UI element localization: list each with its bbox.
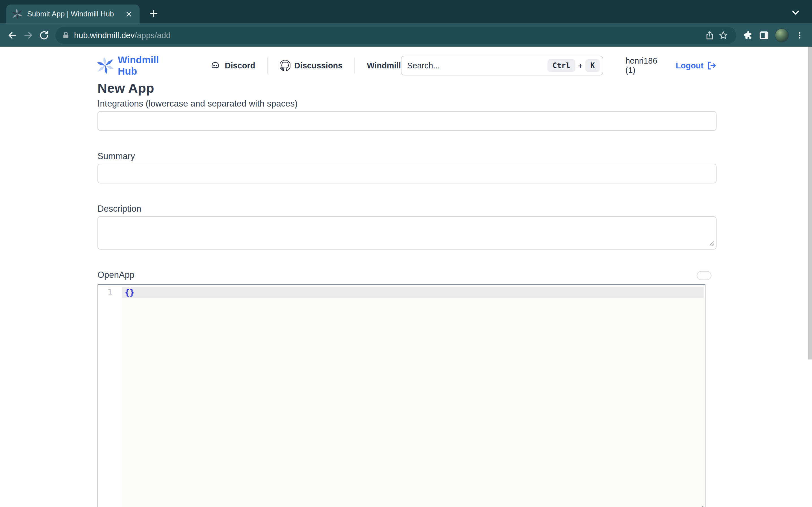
description-label: Description — [98, 204, 716, 214]
windmill-logo-icon — [98, 58, 113, 73]
main-nav: Discord Discussions Windmill — [210, 58, 401, 73]
resize-grip-icon[interactable] — [708, 240, 714, 247]
scrollbar-track[interactable] — [808, 47, 812, 507]
openapp-code-editor[interactable]: 1 {} — [98, 284, 705, 507]
lock-icon — [62, 31, 70, 40]
kebab-menu-icon[interactable] — [792, 27, 808, 43]
url-bar[interactable]: hub.windmill.dev/apps/add — [55, 27, 736, 44]
browser-toolbar: hub.windmill.dev/apps/add — [0, 23, 812, 47]
nav-label: Discord — [225, 61, 255, 70]
editor-gutter: 1 — [98, 285, 122, 507]
nav-item-discussions[interactable]: Discussions — [280, 60, 343, 71]
integrations-label: Integrations (lowercase and separated wi… — [98, 99, 716, 109]
nav-divider — [354, 58, 355, 73]
description-textarea[interactable] — [98, 216, 716, 249]
browser-tab[interactable]: Submit App | Windmill Hub — [6, 4, 139, 23]
line-number: 1 — [98, 287, 122, 296]
nav-divider — [267, 58, 268, 73]
summary-input[interactable] — [98, 164, 716, 183]
editor-code-area[interactable]: {} — [122, 285, 705, 507]
brand[interactable]: Windmill Hub — [98, 54, 178, 77]
username: henri186 (1) — [625, 56, 666, 75]
brand-name: Windmill Hub — [118, 54, 178, 77]
nav-item-windmill[interactable]: Windmill — [367, 61, 401, 70]
logout-icon — [706, 60, 716, 71]
tab-close-icon[interactable] — [123, 8, 134, 20]
kbd-ctrl: Ctrl — [548, 59, 575, 72]
nav-label: Discussions — [294, 61, 343, 70]
openapp-label: OpenApp — [98, 270, 134, 280]
logout-label: Logout — [676, 61, 703, 70]
forward-icon[interactable] — [20, 27, 36, 43]
chevron-down-icon[interactable] — [790, 6, 802, 19]
share-icon[interactable] — [703, 29, 716, 42]
new-tab-icon[interactable] — [146, 6, 161, 21]
avatar[interactable] — [775, 28, 789, 42]
back-icon[interactable] — [4, 27, 20, 43]
github-octocat-icon — [280, 60, 291, 71]
site-header: Windmill Hub Discord — [98, 55, 716, 76]
bookmark-star-icon[interactable] — [716, 29, 730, 42]
search-input[interactable] — [407, 61, 548, 70]
search-box[interactable]: Ctrl + K — [401, 56, 603, 75]
page: Windmill Hub Discord — [0, 47, 812, 507]
logout-link[interactable]: Logout — [676, 60, 716, 71]
extensions-icon[interactable] — [740, 27, 756, 43]
kbd-plus: + — [578, 61, 582, 70]
resize-grip-icon[interactable] — [698, 505, 704, 507]
tab-strip: Submit App | Windmill Hub — [0, 0, 812, 23]
openapp-toggle[interactable] — [697, 271, 711, 280]
url-text: hub.windmill.dev/apps/add — [74, 31, 703, 40]
code-token: {} — [125, 288, 134, 297]
kbd-k: K — [585, 59, 600, 72]
side-panel-icon[interactable] — [756, 27, 772, 43]
scrollbar-thumb[interactable] — [808, 47, 812, 359]
nav-item-discord[interactable]: Discord — [210, 60, 255, 71]
editor-active-line[interactable]: {} — [122, 287, 704, 298]
integrations-input[interactable] — [98, 111, 716, 131]
reload-icon[interactable] — [36, 27, 52, 43]
page-title: New App — [98, 80, 716, 96]
user-area: henri186 (1) Logout — [625, 56, 716, 75]
tab-title: Submit App | Windmill Hub — [27, 10, 123, 18]
windmill-favicon-icon — [12, 9, 22, 19]
browser-chrome: Submit App | Windmill Hub — [0, 0, 812, 47]
summary-label: Summary — [98, 151, 716, 161]
nav-label: Windmill — [367, 61, 401, 70]
discord-icon — [210, 60, 221, 71]
